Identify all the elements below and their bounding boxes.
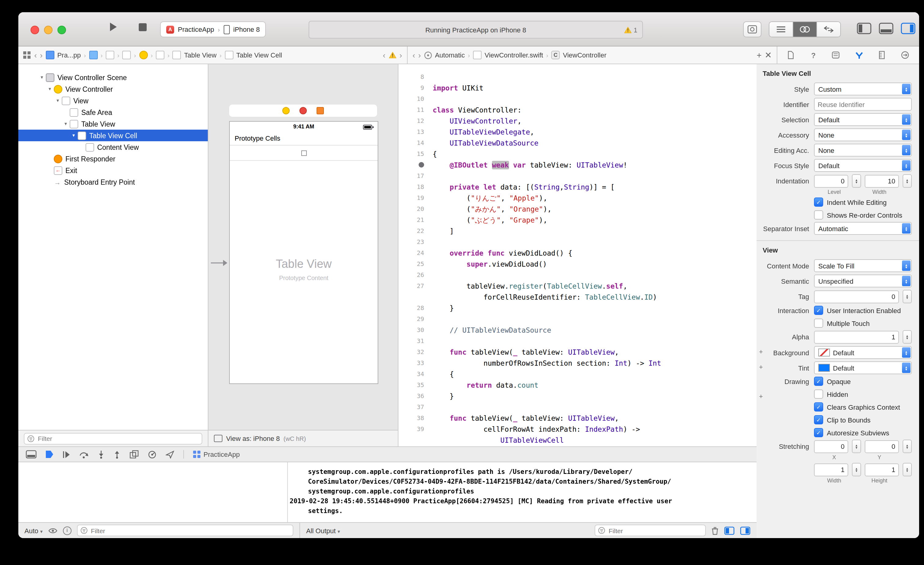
stretching-y-field[interactable]: 0 xyxy=(865,440,899,453)
connections-inspector-tab[interactable] xyxy=(901,51,909,59)
version-editor-button[interactable] xyxy=(817,22,840,37)
close-editor-button[interactable]: ✕ xyxy=(765,51,772,59)
identity-inspector-tab[interactable] xyxy=(832,51,840,59)
checkbox-hidden[interactable] xyxy=(814,389,823,399)
storyboard-base-icon[interactable] xyxy=(123,51,131,59)
code-line[interactable]: UITableViewCell xyxy=(399,435,756,446)
exit-dock-icon[interactable] xyxy=(316,107,324,114)
next-issue-button[interactable]: › xyxy=(399,51,402,59)
stretching-width-field[interactable]: 1 xyxy=(814,463,848,476)
separator-inset-popup[interactable]: Automatic xyxy=(814,222,912,235)
code-line[interactable]: forCellReuseIdentifier: TableCellView.ID… xyxy=(399,292,756,303)
code-line[interactable]: 36 } xyxy=(399,391,756,402)
checkbox-shows-re-order-controls[interactable] xyxy=(814,210,823,219)
code-line[interactable]: 37 xyxy=(399,402,756,413)
eye-icon[interactable] xyxy=(48,527,57,533)
code-line[interactable]: 18 private let data: [(String,String)] =… xyxy=(399,182,756,192)
outline-item-view[interactable]: ▾View xyxy=(18,95,208,107)
code-line[interactable]: 30 // UITableViewDataSource xyxy=(399,325,756,336)
variables-filter-input[interactable] xyxy=(90,526,290,535)
console-output[interactable]: systemgroup.com.apple.configurationprofi… xyxy=(288,462,756,522)
close-window-button[interactable] xyxy=(30,26,39,34)
code-line[interactable]: 26 xyxy=(399,270,756,281)
source-editor[interactable]: 89import UIKit1011class ViewController:1… xyxy=(399,64,756,446)
checkbox-autoresize-subviews[interactable]: ✓ xyxy=(814,428,823,437)
memory-graph-icon[interactable] xyxy=(148,450,156,458)
scheme-selector[interactable]: A PracticeApp › iPhone 8 xyxy=(160,21,266,37)
code-line[interactable]: 27 tableView.register(TableCellView.self… xyxy=(399,281,756,292)
code-line[interactable]: 23 xyxy=(399,237,756,248)
stretching-height-field[interactable]: 1 xyxy=(865,463,899,476)
selection-popup[interactable]: Default xyxy=(814,113,912,126)
add-tint-variation-button[interactable]: + xyxy=(759,363,763,371)
code-line[interactable]: 35 return data.count xyxy=(399,380,756,391)
stretching-x-field[interactable]: 0 xyxy=(814,440,848,453)
console-output-popup[interactable]: All Output ▾ xyxy=(306,527,340,534)
code-line[interactable]: 28 } xyxy=(399,303,756,314)
step-out-icon[interactable] xyxy=(114,450,120,458)
style-popup[interactable]: Custom xyxy=(814,83,912,95)
first-responder-dock-icon[interactable] xyxy=(300,107,307,114)
indentation-width-field[interactable]: 10 xyxy=(865,174,899,188)
code-line[interactable]: 33 numberOfRowsInSection section: Int) -… xyxy=(399,358,756,369)
outline-item-storyboard-entry-point[interactable]: →Storyboard Entry Point xyxy=(18,176,208,188)
add-drawing-variation-button[interactable]: + xyxy=(759,392,763,400)
storyboard-file-icon[interactable] xyxy=(106,51,114,59)
toggle-navigator-button[interactable] xyxy=(857,23,872,34)
minimize-window-button[interactable] xyxy=(44,26,52,34)
step-into-icon[interactable] xyxy=(98,450,105,458)
disclosure-triangle[interactable]: ▾ xyxy=(54,98,62,103)
semantic-popup[interactable]: Unspecified xyxy=(814,275,912,287)
outline-item-table-view-cell[interactable]: ▾Table View Cell xyxy=(18,130,208,141)
crumb-file[interactable]: ViewController.swift xyxy=(484,51,543,59)
forward-button[interactable]: › xyxy=(418,51,421,59)
forward-button[interactable]: › xyxy=(40,51,43,59)
code-line[interactable]: 21 ("ぶどう", "Grape"), xyxy=(399,215,756,225)
table-view-cell-canvas[interactable] xyxy=(230,145,378,161)
focus-style-popup[interactable]: Default xyxy=(814,159,912,172)
outline-item-safe-area[interactable]: Safe Area xyxy=(18,107,208,118)
code-line[interactable]: 25 super.viewDidLoad() xyxy=(399,258,756,270)
quick-help-inspector-tab[interactable]: ? xyxy=(809,51,817,59)
code-line[interactable]: 11class ViewController: xyxy=(399,105,756,116)
view-as-label[interactable]: View as: iPhone 8 xyxy=(226,435,280,442)
stepper[interactable] xyxy=(903,330,912,344)
stepper[interactable] xyxy=(852,463,861,476)
auto-scope-popup[interactable]: Auto ▾ xyxy=(24,527,42,534)
view-crumb-icon[interactable] xyxy=(156,51,164,59)
group-folder-icon[interactable] xyxy=(89,51,98,59)
code-line[interactable]: 20 ("みかん", "Orange"), xyxy=(399,204,756,215)
code-line[interactable]: 19 ("りんご", "Apple"), xyxy=(399,192,756,204)
outline-item-table-view[interactable]: ▾Table View xyxy=(18,118,208,130)
crumb-table-view[interactable]: Table View xyxy=(184,51,217,59)
storyboard-entry-arrow[interactable] xyxy=(211,258,228,267)
stepper[interactable] xyxy=(852,174,861,188)
identifier-input[interactable] xyxy=(814,101,911,108)
code-line[interactable]: 13 UITableViewDelegate, xyxy=(399,126,756,138)
view-hierarchy-icon[interactable] xyxy=(129,450,139,458)
console-filter-input[interactable] xyxy=(608,526,702,535)
show-console-view-button[interactable] xyxy=(740,526,750,535)
counterparts-icon[interactable] xyxy=(424,51,432,59)
show-variables-view-button[interactable] xyxy=(724,526,735,535)
stepper[interactable] xyxy=(903,463,912,476)
stepper[interactable] xyxy=(903,440,912,453)
toggle-debug-area-button[interactable] xyxy=(879,23,894,34)
outline-item-exit[interactable]: ←Exit xyxy=(18,164,208,176)
library-button[interactable] xyxy=(743,21,762,37)
toggle-inspectors-button[interactable] xyxy=(901,23,915,34)
disclosure-triangle[interactable]: ▾ xyxy=(62,121,70,126)
disclosure-triangle[interactable]: ▾ xyxy=(46,86,54,92)
code-line[interactable]: 15{ xyxy=(399,149,756,159)
crumb-table-view-cell[interactable]: Table View Cell xyxy=(236,51,282,59)
checkbox-multiple-touch[interactable] xyxy=(814,319,823,328)
code-line[interactable]: 29 xyxy=(399,314,756,325)
warning-indicator[interactable]: ! 1 xyxy=(624,26,638,33)
outline-filter-field[interactable] xyxy=(24,433,202,444)
code-line[interactable]: 24 override func viewDidLoad() { xyxy=(399,248,756,258)
canvas-area[interactable]: 9:41 AM Prototype Cells Table View Proto… xyxy=(208,64,398,430)
zoom-window-button[interactable] xyxy=(57,26,66,34)
disclosure-triangle[interactable]: ▾ xyxy=(70,133,78,138)
scene-crumb-icon[interactable] xyxy=(139,51,148,59)
variables-filter-field[interactable] xyxy=(77,524,293,536)
